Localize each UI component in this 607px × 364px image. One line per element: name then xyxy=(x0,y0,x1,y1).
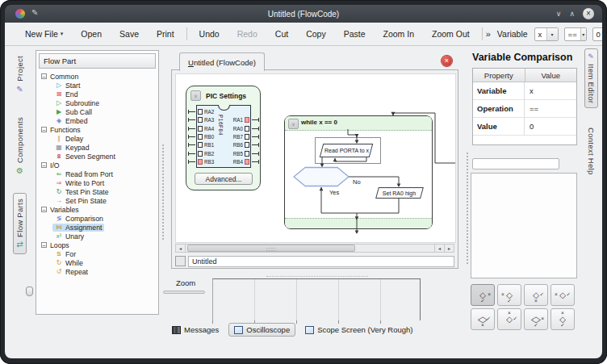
tree-item-wrap[interactable]: ▦Keypad xyxy=(52,144,91,152)
pin-state-box[interactable] xyxy=(198,126,203,132)
value-cell[interactable]: x xyxy=(525,82,576,99)
decision-layout-button-8[interactable]: ◇×✓ xyxy=(550,308,575,330)
zoom-slider[interactable] xyxy=(163,291,205,294)
zoom-slider-thumb[interactable] xyxy=(26,287,33,296)
tree-item-wrap[interactable]: ▶Sub Call xyxy=(52,108,94,116)
sidebar-tab-components[interactable]: Components⚙ xyxy=(13,111,27,181)
collapse-icon[interactable]: ∨ xyxy=(288,119,299,129)
decision-layout-button-2[interactable]: ◇×✓ xyxy=(497,284,521,306)
decision-layout-button-7[interactable]: ◇×✓ xyxy=(524,308,548,330)
pin-rb7[interactable]: RB7 xyxy=(223,133,250,140)
value-cell[interactable]: == xyxy=(525,100,576,117)
decision-layout-button-1[interactable]: ◇×✓ xyxy=(471,284,495,306)
tree-item-wrap[interactable]: ⊠End xyxy=(52,90,80,98)
tree-item-wrap[interactable]: ⋈Assignment xyxy=(52,224,104,232)
tree-item-wrap[interactable]: ≶Comparison xyxy=(52,215,106,223)
document-toggle[interactable] xyxy=(175,256,186,266)
tab-messages[interactable]: Messages xyxy=(168,323,223,337)
pin-rb5[interactable]: RB5 xyxy=(223,150,250,157)
pin-state-box[interactable] xyxy=(245,151,249,157)
scrollbar-thumb[interactable] xyxy=(187,245,355,252)
print-button[interactable]: Print xyxy=(148,29,183,39)
value-cell[interactable]: 0 xyxy=(525,118,576,135)
pin-ra2[interactable]: RA2 xyxy=(197,108,224,115)
pin-state-box[interactable] xyxy=(198,142,203,148)
tree-group-common[interactable]: –Common xyxy=(36,72,158,81)
sidebar-tab-project[interactable]: Project✎ xyxy=(13,50,27,99)
operation-combo[interactable]: ==▾ xyxy=(564,27,587,41)
collapse-expander-icon[interactable]: – xyxy=(41,73,47,79)
pin-rb2[interactable]: RB2 xyxy=(197,150,224,157)
tree-item-wrap[interactable]: ∥Delay xyxy=(52,135,86,143)
tree-group-variables[interactable]: –Variables xyxy=(36,205,158,214)
tree-item-wrap[interactable]: ⇐Read from Port xyxy=(52,170,115,178)
tree-item-wrap[interactable]: →Set Pin State xyxy=(52,197,109,205)
tab-close-icon[interactable]: × xyxy=(442,56,452,66)
tree-group-functions[interactable]: –Functions xyxy=(36,125,158,134)
value-column-header[interactable]: Value xyxy=(525,69,577,82)
splitter-left[interactable] xyxy=(161,144,165,241)
collapse-icon[interactable]: ∨ xyxy=(190,90,201,101)
pin-state-box[interactable] xyxy=(245,126,249,132)
tree-item-embed[interactable]: ◈Embed xyxy=(36,116,158,125)
pin-state-box[interactable] xyxy=(198,134,203,140)
decision-layout-button-4[interactable]: ◇×✓ xyxy=(550,284,575,306)
tree-group-loops[interactable]: –Loops xyxy=(36,241,158,249)
pin-state-box[interactable] xyxy=(198,151,203,157)
decision-label[interactable]: x == 0 ? xyxy=(294,168,349,185)
pin-rb6[interactable]: RB6 xyxy=(223,141,250,149)
collapse-expander-icon[interactable]: – xyxy=(41,207,47,212)
redo-button[interactable]: Redo xyxy=(228,29,266,39)
tree-item-set-pin-state[interactable]: →Set Pin State xyxy=(36,196,158,205)
open-button[interactable]: Open xyxy=(72,29,111,39)
tab-oscilloscope[interactable]: Oscilloscope xyxy=(228,323,295,337)
set-ra0-shape[interactable]: Set RA0 high xyxy=(375,187,424,199)
tree-item-while[interactable]: ↻While xyxy=(36,258,158,267)
pin-ra0[interactable]: RA0 xyxy=(223,125,250,132)
panel-tab-item-editor[interactable]: ✎Item Editor xyxy=(584,48,598,108)
pin-ra3[interactable]: RA3 xyxy=(197,116,224,123)
tree-item-start[interactable]: ▷Start xyxy=(36,81,158,90)
pin-ra4[interactable]: RA4 xyxy=(197,125,224,132)
document-tab[interactable]: Untitled (FlowCode) xyxy=(179,52,265,71)
titlebar[interactable]: ✎ Untitled (FlowCode) ∨ ∧ × xyxy=(5,5,602,23)
close-icon[interactable]: × xyxy=(583,8,594,19)
pin-state-box[interactable] xyxy=(245,142,249,148)
decision-layout-button-5[interactable]: ◇×✓ xyxy=(471,308,495,330)
pin-state-box[interactable] xyxy=(198,109,203,115)
tree-item-wrap[interactable]: ◈Embed xyxy=(52,117,90,125)
minimize-icon[interactable]: ∨ xyxy=(556,10,562,18)
property-column-header[interactable]: Property xyxy=(473,69,525,82)
decision-layout-button-6[interactable]: ◇×✓ xyxy=(497,308,521,330)
read-porta-shape[interactable]: Read PORTA to x xyxy=(320,144,374,157)
maximize-icon[interactable]: ∧ xyxy=(569,10,575,18)
tree-item-wrap[interactable]: x¹Unary xyxy=(52,232,86,241)
tree-item-wrap[interactable]: 8Seven Segment xyxy=(52,153,118,161)
variable-combo[interactable]: x▾ xyxy=(534,27,559,41)
document-name-field[interactable]: Untitled xyxy=(188,256,454,267)
tree-item-end[interactable]: ⊠End xyxy=(36,90,158,98)
table-row-variable[interactable]: Variablex xyxy=(473,82,576,100)
pin-rb0[interactable]: RB0 xyxy=(197,133,224,140)
pin-state-box[interactable] xyxy=(245,159,249,165)
cut-button[interactable]: Cut xyxy=(266,29,297,39)
oscilloscope-display[interactable] xyxy=(212,278,421,320)
zoom-out-button[interactable]: Zoom Out xyxy=(423,29,479,39)
tree-group-i-o[interactable]: –I/O xyxy=(36,161,158,169)
collapse-expander-icon[interactable]: – xyxy=(41,162,47,168)
splitter-right[interactable] xyxy=(466,152,469,265)
scroll-left2-icon[interactable]: ◂ xyxy=(434,245,444,252)
toolbar-overflow-icon[interactable]: » xyxy=(486,29,491,39)
save-button[interactable]: Save xyxy=(111,29,148,39)
tree-item-wrap[interactable]: ↺Repeat xyxy=(52,268,90,276)
tree-item-delay[interactable]: ∥Delay xyxy=(36,134,158,143)
tree-item-wrap[interactable]: ⇒Write to Port xyxy=(52,179,107,187)
chevron-down-icon[interactable]: ▾ xyxy=(580,28,586,40)
table-row-operation[interactable]: Operation== xyxy=(473,100,576,118)
tree-item-seven-segment[interactable]: 8Seven Segment xyxy=(36,152,158,161)
tree-item-wrap[interactable]: ▷Subroutine xyxy=(52,99,102,107)
zoom-in-button[interactable]: Zoom In xyxy=(375,29,424,39)
sidebar-tab-flow-parts[interactable]: Flow Parts⇄ xyxy=(13,193,27,255)
tree-item-wrap[interactable]: ▷Start xyxy=(52,82,82,90)
scrollbar-track[interactable] xyxy=(186,245,434,252)
